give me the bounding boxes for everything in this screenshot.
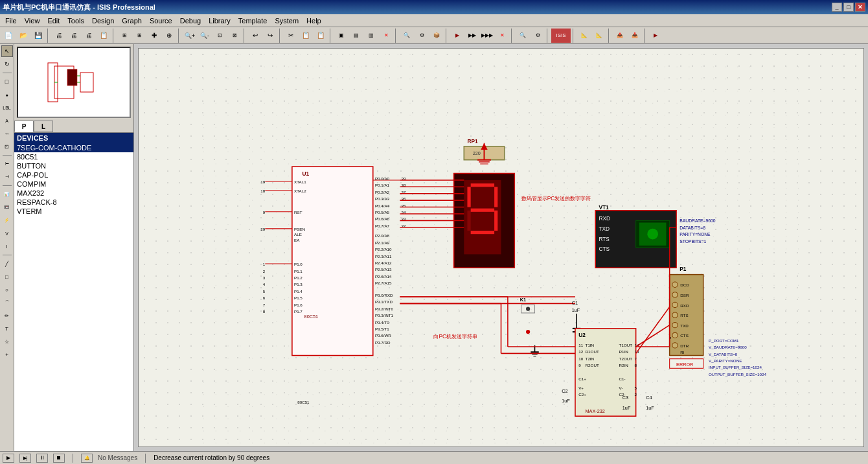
menu-file[interactable]: File: [1, 16, 21, 26]
tool5-button[interactable]: 📥: [628, 29, 642, 43]
assign-button[interactable]: ⚙: [531, 29, 545, 43]
bus-tool[interactable]: ↔: [1, 128, 13, 139]
crosshair-button[interactable]: ⊕: [162, 29, 176, 43]
device-pin-tool[interactable]: ⊣: [1, 171, 13, 183]
menu-template[interactable]: Template: [234, 16, 271, 26]
open-button[interactable]: 📂: [16, 29, 30, 43]
2d-line-tool[interactable]: ╱: [1, 258, 13, 270]
print-button[interactable]: 🖨: [52, 29, 66, 43]
block-move-button[interactable]: ▤: [349, 29, 363, 43]
make-device-button[interactable]: ⚙: [415, 29, 429, 43]
menu-design[interactable]: Design: [88, 16, 118, 26]
2d-circle-tool[interactable]: ○: [1, 284, 13, 296]
origin-button[interactable]: ✚: [147, 29, 161, 43]
copy-button[interactable]: 📋: [299, 29, 313, 43]
device-item-compim[interactable]: COMPIM: [14, 180, 133, 189]
menu-graph[interactable]: Graph: [118, 16, 146, 26]
menu-edit[interactable]: Edit: [43, 16, 63, 26]
2d-arc-tool[interactable]: ⌒: [1, 297, 13, 308]
2d-sym-tool[interactable]: ☆: [1, 336, 13, 347]
zoom-fit-button[interactable]: ⊡: [212, 29, 227, 43]
menu-debug[interactable]: Debug: [176, 16, 205, 26]
maximize-button[interactable]: □: [843, 3, 854, 12]
save-button[interactable]: 💾: [31, 29, 45, 43]
svg-text:8: 8: [635, 363, 637, 367]
svg-point-161: [672, 323, 678, 328]
tape-tool[interactable]: 📼: [1, 202, 13, 213]
component-tool[interactable]: □: [1, 76, 13, 87]
2d-box-tool[interactable]: □: [1, 271, 13, 283]
block-rotate-button[interactable]: ▥: [364, 29, 378, 43]
junction-tool[interactable]: ●: [1, 89, 13, 100]
print2-button[interactable]: 🖨: [67, 29, 81, 43]
close-button[interactable]: ✕: [855, 3, 865, 12]
left-toolbar: ↖ ↻ □ ● LBL A ↔ ⊡ ⊢ ⊣ 📊 📼 ⚡ V I ╱ □ ○ ⌒ …: [0, 44, 14, 451]
menu-help[interactable]: Help: [303, 16, 325, 26]
zoom-in-button[interactable]: 🔍+: [183, 29, 197, 43]
grid2-button[interactable]: ⊞: [132, 29, 146, 43]
svg-text:INPUT_BUFFER_SIZE=1024: INPUT_BUFFER_SIZE=1024: [709, 365, 762, 369]
print4-button[interactable]: 📋: [97, 29, 111, 43]
grid-button[interactable]: ⊞: [117, 29, 131, 43]
net4-button[interactable]: ✕: [495, 29, 509, 43]
rotate-tool[interactable]: ↻: [1, 58, 13, 70]
window-controls: _ □ ✕: [832, 3, 865, 12]
select-tool[interactable]: ↖: [1, 45, 13, 57]
redo-button[interactable]: ↪: [263, 29, 277, 43]
2d-path-tool[interactable]: ✏: [1, 310, 13, 321]
menu-source[interactable]: Source: [146, 16, 176, 26]
menu-view[interactable]: View: [21, 16, 44, 26]
cut-button[interactable]: ✂: [284, 29, 298, 43]
play-button[interactable]: ▶: [3, 454, 14, 463]
new-button[interactable]: 📄: [1, 29, 16, 43]
print3-button[interactable]: 🖨: [82, 29, 96, 43]
schematic-canvas[interactable]: U1 80C51 19 XTAL1 18 XTAL2 9 RST 29 PSEN: [138, 48, 864, 447]
device-item-cap-pol[interactable]: CAP-POL: [14, 170, 133, 180]
device-item-vterm[interactable]: VTERM: [14, 207, 133, 216]
stop-button[interactable]: ⏹: [53, 454, 65, 463]
tool2-button[interactable]: 📐: [577, 29, 591, 43]
net2-button[interactable]: ▶▶: [465, 29, 479, 43]
menu-system[interactable]: System: [271, 16, 303, 26]
tool3-button[interactable]: 📐: [592, 29, 606, 43]
device-item-button[interactable]: BUTTON: [14, 161, 133, 170]
minimize-button[interactable]: _: [832, 3, 842, 12]
pick-button[interactable]: 🔍: [400, 29, 414, 43]
undo-button[interactable]: ↩: [248, 29, 262, 43]
run-button[interactable]: ▶: [648, 29, 663, 43]
2d-text-tool[interactable]: T: [1, 323, 13, 334]
zoom-area-button[interactable]: ⊠: [227, 29, 242, 43]
net-button[interactable]: ▶: [450, 29, 464, 43]
menu-tools[interactable]: Tools: [63, 16, 88, 26]
graph-tool[interactable]: 📊: [1, 189, 13, 200]
device-item-7seg[interactable]: 7SEG-COM-CATHODE: [14, 143, 133, 152]
message-button[interactable]: 🔔: [81, 454, 93, 463]
current-probe-tool[interactable]: I: [1, 240, 13, 252]
wire-label-tool[interactable]: LBL: [1, 102, 13, 113]
voltage-probe-tool[interactable]: V: [1, 227, 13, 239]
block-delete-button[interactable]: ✕: [379, 29, 393, 43]
zoom-out-button[interactable]: 🔍-: [198, 29, 212, 43]
pause-button[interactable]: ⏸: [36, 454, 48, 463]
tab-l[interactable]: L: [34, 121, 53, 132]
device-item-80c51[interactable]: 80C51: [14, 152, 133, 161]
canvas-area[interactable]: U1 80C51 19 XTAL1 18 XTAL2 9 RST 29 PSEN: [134, 44, 868, 451]
paste-button[interactable]: 📋: [314, 29, 328, 43]
device-item-respack8[interactable]: RESPACK-8: [14, 198, 133, 207]
svg-point-112: [526, 307, 530, 311]
device-item-max232[interactable]: MAX232: [14, 189, 133, 198]
text-tool[interactable]: A: [1, 115, 13, 126]
menu-library[interactable]: Library: [205, 16, 234, 26]
2d-marker-tool[interactable]: +: [1, 349, 13, 360]
tool1-button[interactable]: ISIS: [551, 29, 571, 43]
block-copy-button[interactable]: ▣: [334, 29, 348, 43]
net3-button[interactable]: ▶▶▶: [480, 29, 494, 43]
step-button[interactable]: ▶|: [19, 454, 31, 463]
property-button[interactable]: 🔍: [516, 29, 530, 43]
subcircuit-tool[interactable]: ⊡: [1, 141, 13, 152]
terminal-tool[interactable]: ⊢: [1, 158, 13, 170]
tool4-button[interactable]: 📤: [613, 29, 627, 43]
gen-tool[interactable]: ⚡: [1, 215, 13, 226]
tab-p[interactable]: P: [14, 121, 34, 132]
packaging-button[interactable]: 📦: [429, 29, 444, 43]
